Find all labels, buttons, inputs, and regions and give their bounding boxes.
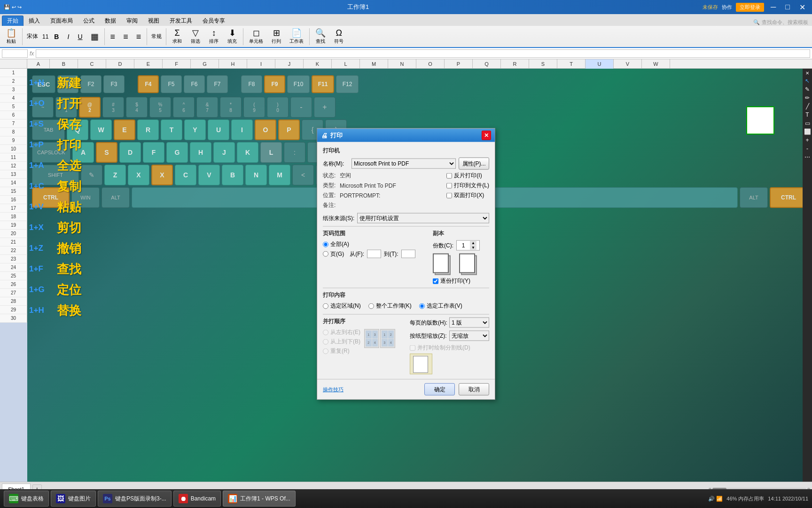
search-box[interactable]: 🔍 查找命令、搜索模板: [753, 19, 808, 26]
tool-cell-style[interactable]: ◻单元格: [246, 28, 266, 46]
printer-info-area: 状态: 空闲 类型: Microsoft Print To PDF 位置: PO…: [323, 172, 489, 211]
pages-label: 页(G): [330, 250, 344, 258]
tool-italic[interactable]: I: [63, 28, 73, 46]
tab-review[interactable]: 审阅: [121, 16, 143, 26]
tool-align-right[interactable]: ≡: [133, 28, 145, 46]
row-20: 20: [0, 230, 27, 238]
right-close[interactable]: ✕: [805, 71, 809, 76]
duplex-cb[interactable]: [446, 192, 452, 198]
per-page-select[interactable]: 1 版: [449, 318, 489, 328]
taskbar-bandicam[interactable]: ⏺ Bandicam: [173, 491, 221, 507]
col-C: C: [78, 59, 106, 69]
row-4: 4: [0, 94, 27, 103]
tab-page-layout[interactable]: 页面布局: [45, 16, 78, 26]
tool-symbol[interactable]: Ω符号: [330, 28, 347, 46]
tab-member[interactable]: 会员专享: [197, 16, 230, 26]
ribbon: 开始 插入 页面布局 公式 数据 审阅 视图 开发工具 会员专享 🔍 查找命令、…: [0, 14, 812, 48]
tool-align-center[interactable]: ≡: [120, 28, 132, 46]
right-text[interactable]: T: [805, 111, 809, 118]
scale-select[interactable]: 无缩放: [449, 331, 489, 341]
tool-paste[interactable]: 📋 粘贴: [3, 28, 20, 46]
tool-border[interactable]: ▦: [87, 28, 102, 46]
from-input[interactable]: [367, 250, 381, 258]
right-line[interactable]: ╱: [806, 103, 809, 110]
row-14: 14: [0, 179, 27, 187]
formula-input[interactable]: [36, 49, 810, 58]
dialog-title-text: 打印: [330, 131, 343, 140]
copies-up[interactable]: ▲: [470, 241, 476, 246]
tool-align-left[interactable]: ≡: [107, 28, 119, 46]
copies-down[interactable]: ▼: [470, 246, 476, 250]
column-headers: A B C D E F G H I J K L M N O P Q R S T …: [0, 59, 812, 69]
paper-source-select[interactable]: 使用打印机设置: [357, 213, 489, 223]
main-area: A B C D E F G H I J K L M N O P Q R S T …: [0, 59, 812, 496]
tab-start[interactable]: 开始: [2, 16, 23, 26]
right-pen[interactable]: ✏: [805, 95, 810, 101]
max-btn[interactable]: □: [782, 3, 793, 11]
taskbar-ps[interactable]: Ps 键盘PS版面录制3-...: [98, 491, 172, 507]
selection-radio[interactable]: [323, 303, 328, 309]
col-I: I: [247, 59, 275, 69]
tool-row-col[interactable]: ⊞行列: [268, 28, 285, 46]
all-pages-row: 全部(A): [323, 240, 425, 248]
all-pages-radio[interactable]: [323, 241, 328, 247]
properties-btn[interactable]: 属性(P)...: [459, 158, 489, 170]
min-btn[interactable]: ─: [768, 3, 779, 11]
cancel-button[interactable]: 取消: [459, 383, 489, 396]
tab-data[interactable]: 数据: [100, 16, 121, 26]
ok-button[interactable]: 确定: [424, 383, 455, 396]
taskbar-keyboard-table[interactable]: ⌨ 键盘表格: [4, 491, 49, 507]
row-10: 10: [0, 145, 27, 153]
right-expand[interactable]: ⋯: [804, 154, 810, 160]
right-erase[interactable]: ⬜: [804, 128, 811, 135]
print-content-title: 打印内容: [323, 291, 489, 299]
row-12: 12: [0, 162, 27, 170]
taskbar-wps-label: 工作簿1 - WPS Of...: [240, 495, 290, 503]
tool-bold[interactable]: B: [51, 28, 62, 46]
left-to-right-row: 从左到右(E): [323, 328, 360, 336]
col-E: E: [134, 59, 163, 69]
tool-sort[interactable]: ↕排序: [205, 28, 222, 46]
right-pencil[interactable]: ✎: [805, 86, 810, 93]
taskbar-wps[interactable]: 📊 工作簿1 - WPS Of...: [223, 491, 296, 507]
font-name[interactable]: 宋体: [25, 32, 40, 40]
taskbar-keyboard-img[interactable]: 🖼 键盘图片: [51, 491, 96, 507]
tool-autosum[interactable]: Σ求和: [169, 28, 186, 46]
pages-radio[interactable]: [323, 251, 328, 257]
entire-workbook-radio[interactable]: [368, 303, 374, 309]
save-status[interactable]: 未保存: [703, 4, 718, 11]
tab-insert[interactable]: 插入: [23, 16, 45, 26]
right-zoom-in[interactable]: +: [805, 137, 809, 143]
right-zoom-out[interactable]: -: [806, 145, 808, 152]
right-rect[interactable]: ▭: [805, 120, 810, 127]
collate-cb[interactable]: [433, 278, 438, 284]
tab-dev[interactable]: 开发工具: [164, 16, 197, 26]
copies-input[interactable]: [457, 242, 470, 249]
printer-name-select[interactable]: Microsoft Print to PDF: [351, 159, 456, 169]
login-btn[interactable]: 立即登录: [736, 3, 764, 12]
to-input[interactable]: [401, 250, 415, 258]
right-cursor[interactable]: ↖: [805, 78, 810, 84]
taskbar-sys-icons: 🔊 📶: [708, 496, 723, 502]
coauthor-btn[interactable]: 协作: [722, 4, 732, 11]
name-box[interactable]: [2, 49, 28, 58]
dialog-titlebar: 🖨 打印 ✕: [317, 129, 495, 142]
active-sheet-radio[interactable]: [419, 303, 425, 309]
font-size[interactable]: 11: [41, 33, 49, 40]
active-sheet-row: 选定工作表(V): [419, 302, 462, 310]
tool-filter[interactable]: ▽筛选: [187, 28, 204, 46]
tab-formula[interactable]: 公式: [78, 16, 100, 26]
col-A: A: [27, 59, 50, 69]
per-page-section: 每页的版数(H): 1 版 按纸型缩放(Z): 无缩放: [410, 318, 489, 374]
tool-underline[interactable]: U: [74, 28, 86, 46]
reverse-print-cb[interactable]: [446, 173, 452, 178]
close-btn[interactable]: ✕: [796, 3, 808, 12]
print-to-file-cb[interactable]: [446, 183, 452, 188]
tool-fill[interactable]: ⬇填充: [224, 28, 241, 46]
tool-find[interactable]: 🔍查找: [312, 28, 329, 46]
help-link[interactable]: 操作技巧: [323, 386, 344, 393]
tool-worksheet[interactable]: 📄工作表: [286, 28, 307, 46]
number-format[interactable]: 常规: [149, 33, 164, 40]
dialog-close-button[interactable]: ✕: [482, 131, 491, 140]
tab-view[interactable]: 视图: [143, 16, 164, 26]
